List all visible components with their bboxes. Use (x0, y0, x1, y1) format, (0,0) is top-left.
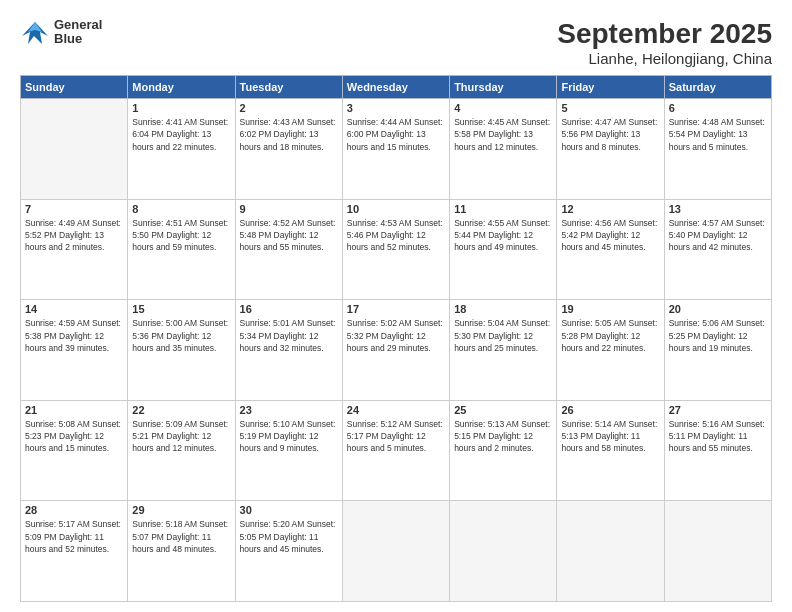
day-number: 22 (132, 404, 230, 416)
header-tuesday: Tuesday (235, 76, 342, 99)
day-number: 27 (669, 404, 767, 416)
calendar-title: September 2025 (557, 18, 772, 50)
logo-line1: General (54, 18, 102, 32)
logo: General Blue (20, 18, 102, 47)
day-info: Sunrise: 4:53 AM Sunset: 5:46 PM Dayligh… (347, 217, 445, 254)
day-info: Sunrise: 4:43 AM Sunset: 6:02 PM Dayligh… (240, 116, 338, 153)
day-info: Sunrise: 5:09 AM Sunset: 5:21 PM Dayligh… (132, 418, 230, 455)
day-info: Sunrise: 5:18 AM Sunset: 5:07 PM Dayligh… (132, 518, 230, 555)
day-number: 20 (669, 303, 767, 315)
day-info: Sunrise: 5:14 AM Sunset: 5:13 PM Dayligh… (561, 418, 659, 455)
day-info: Sunrise: 5:00 AM Sunset: 5:36 PM Dayligh… (132, 317, 230, 354)
table-row: 16Sunrise: 5:01 AM Sunset: 5:34 PM Dayli… (235, 300, 342, 401)
day-info: Sunrise: 5:20 AM Sunset: 5:05 PM Dayligh… (240, 518, 338, 555)
day-number: 3 (347, 102, 445, 114)
day-number: 30 (240, 504, 338, 516)
table-row (21, 99, 128, 200)
table-row: 9Sunrise: 4:52 AM Sunset: 5:48 PM Daylig… (235, 199, 342, 300)
day-number: 7 (25, 203, 123, 215)
table-row: 23Sunrise: 5:10 AM Sunset: 5:19 PM Dayli… (235, 400, 342, 501)
day-number: 23 (240, 404, 338, 416)
header-sunday: Sunday (21, 76, 128, 99)
day-info: Sunrise: 5:08 AM Sunset: 5:23 PM Dayligh… (25, 418, 123, 455)
logo-line2: Blue (54, 32, 102, 46)
day-info: Sunrise: 4:41 AM Sunset: 6:04 PM Dayligh… (132, 116, 230, 153)
table-row: 2Sunrise: 4:43 AM Sunset: 6:02 PM Daylig… (235, 99, 342, 200)
header-friday: Friday (557, 76, 664, 99)
day-info: Sunrise: 5:13 AM Sunset: 5:15 PM Dayligh… (454, 418, 552, 455)
day-number: 18 (454, 303, 552, 315)
day-number: 26 (561, 404, 659, 416)
logo-text: General Blue (54, 18, 102, 47)
table-row: 12Sunrise: 4:56 AM Sunset: 5:42 PM Dayli… (557, 199, 664, 300)
day-info: Sunrise: 4:44 AM Sunset: 6:00 PM Dayligh… (347, 116, 445, 153)
day-info: Sunrise: 4:57 AM Sunset: 5:40 PM Dayligh… (669, 217, 767, 254)
table-row: 26Sunrise: 5:14 AM Sunset: 5:13 PM Dayli… (557, 400, 664, 501)
table-row: 14Sunrise: 4:59 AM Sunset: 5:38 PM Dayli… (21, 300, 128, 401)
table-row: 10Sunrise: 4:53 AM Sunset: 5:46 PM Dayli… (342, 199, 449, 300)
day-number: 16 (240, 303, 338, 315)
calendar-week-row: 7Sunrise: 4:49 AM Sunset: 5:52 PM Daylig… (21, 199, 772, 300)
table-row: 17Sunrise: 5:02 AM Sunset: 5:32 PM Dayli… (342, 300, 449, 401)
table-row: 11Sunrise: 4:55 AM Sunset: 5:44 PM Dayli… (450, 199, 557, 300)
title-block: September 2025 Lianhe, Heilongjiang, Chi… (557, 18, 772, 67)
table-row (342, 501, 449, 602)
table-row: 6Sunrise: 4:48 AM Sunset: 5:54 PM Daylig… (664, 99, 771, 200)
table-row: 8Sunrise: 4:51 AM Sunset: 5:50 PM Daylig… (128, 199, 235, 300)
day-number: 11 (454, 203, 552, 215)
table-row (557, 501, 664, 602)
table-row: 30Sunrise: 5:20 AM Sunset: 5:05 PM Dayli… (235, 501, 342, 602)
day-number: 13 (669, 203, 767, 215)
day-info: Sunrise: 4:45 AM Sunset: 5:58 PM Dayligh… (454, 116, 552, 153)
day-info: Sunrise: 5:10 AM Sunset: 5:19 PM Dayligh… (240, 418, 338, 455)
day-info: Sunrise: 4:47 AM Sunset: 5:56 PM Dayligh… (561, 116, 659, 153)
day-number: 21 (25, 404, 123, 416)
day-info: Sunrise: 5:01 AM Sunset: 5:34 PM Dayligh… (240, 317, 338, 354)
day-number: 5 (561, 102, 659, 114)
table-row: 27Sunrise: 5:16 AM Sunset: 5:11 PM Dayli… (664, 400, 771, 501)
table-row: 29Sunrise: 5:18 AM Sunset: 5:07 PM Dayli… (128, 501, 235, 602)
day-number: 15 (132, 303, 230, 315)
calendar-week-row: 14Sunrise: 4:59 AM Sunset: 5:38 PM Dayli… (21, 300, 772, 401)
table-row: 21Sunrise: 5:08 AM Sunset: 5:23 PM Dayli… (21, 400, 128, 501)
day-info: Sunrise: 5:05 AM Sunset: 5:28 PM Dayligh… (561, 317, 659, 354)
table-row: 20Sunrise: 5:06 AM Sunset: 5:25 PM Dayli… (664, 300, 771, 401)
day-info: Sunrise: 5:06 AM Sunset: 5:25 PM Dayligh… (669, 317, 767, 354)
table-row: 5Sunrise: 4:47 AM Sunset: 5:56 PM Daylig… (557, 99, 664, 200)
day-info: Sunrise: 4:52 AM Sunset: 5:48 PM Dayligh… (240, 217, 338, 254)
table-row: 28Sunrise: 5:17 AM Sunset: 5:09 PM Dayli… (21, 501, 128, 602)
calendar-week-row: 1Sunrise: 4:41 AM Sunset: 6:04 PM Daylig… (21, 99, 772, 200)
table-row: 4Sunrise: 4:45 AM Sunset: 5:58 PM Daylig… (450, 99, 557, 200)
day-number: 29 (132, 504, 230, 516)
day-info: Sunrise: 5:02 AM Sunset: 5:32 PM Dayligh… (347, 317, 445, 354)
day-number: 14 (25, 303, 123, 315)
day-info: Sunrise: 4:55 AM Sunset: 5:44 PM Dayligh… (454, 217, 552, 254)
header-thursday: Thursday (450, 76, 557, 99)
day-number: 6 (669, 102, 767, 114)
day-number: 12 (561, 203, 659, 215)
logo-icon (20, 18, 50, 46)
calendar-table: Sunday Monday Tuesday Wednesday Thursday… (20, 75, 772, 602)
table-row (450, 501, 557, 602)
table-row: 19Sunrise: 5:05 AM Sunset: 5:28 PM Dayli… (557, 300, 664, 401)
day-number: 19 (561, 303, 659, 315)
day-info: Sunrise: 4:49 AM Sunset: 5:52 PM Dayligh… (25, 217, 123, 254)
header: General Blue September 2025 Lianhe, Heil… (20, 18, 772, 67)
day-number: 4 (454, 102, 552, 114)
day-number: 28 (25, 504, 123, 516)
day-number: 9 (240, 203, 338, 215)
header-saturday: Saturday (664, 76, 771, 99)
table-row: 13Sunrise: 4:57 AM Sunset: 5:40 PM Dayli… (664, 199, 771, 300)
table-row: 25Sunrise: 5:13 AM Sunset: 5:15 PM Dayli… (450, 400, 557, 501)
table-row: 1Sunrise: 4:41 AM Sunset: 6:04 PM Daylig… (128, 99, 235, 200)
table-row: 15Sunrise: 5:00 AM Sunset: 5:36 PM Dayli… (128, 300, 235, 401)
table-row: 18Sunrise: 5:04 AM Sunset: 5:30 PM Dayli… (450, 300, 557, 401)
day-info: Sunrise: 4:48 AM Sunset: 5:54 PM Dayligh… (669, 116, 767, 153)
table-row: 3Sunrise: 4:44 AM Sunset: 6:00 PM Daylig… (342, 99, 449, 200)
day-number: 24 (347, 404, 445, 416)
day-info: Sunrise: 5:16 AM Sunset: 5:11 PM Dayligh… (669, 418, 767, 455)
day-info: Sunrise: 5:12 AM Sunset: 5:17 PM Dayligh… (347, 418, 445, 455)
day-number: 17 (347, 303, 445, 315)
day-number: 10 (347, 203, 445, 215)
day-info: Sunrise: 5:04 AM Sunset: 5:30 PM Dayligh… (454, 317, 552, 354)
